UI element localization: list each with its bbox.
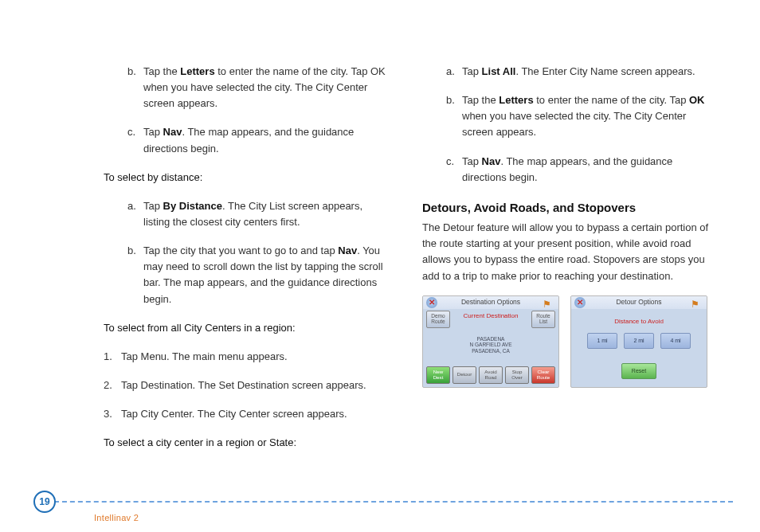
list-item: 2. Tap Destination. The Set Destination … — [104, 377, 390, 393]
screenshot-header: ✕ Detour Options ⚑ — [571, 296, 707, 309]
screenshot-subtitle: Distance to Avoid — [571, 309, 707, 331]
list-marker: b. — [127, 243, 136, 259]
demo-route-button[interactable]: Demo Route — [426, 311, 450, 328]
list-marker: c. — [127, 124, 135, 140]
new-dest-button[interactable]: New Dest — [426, 366, 450, 384]
clear-route-button[interactable]: Clear Route — [531, 366, 555, 384]
screenshot-body: Distance to Avoid 1 mi 2 mi 4 mi Reset — [571, 309, 707, 379]
text: Tap — [462, 65, 482, 77]
list-item: c. Tap Nav. The map appears, and the gui… — [422, 154, 712, 186]
reset-row: Reset — [571, 363, 707, 379]
list-marker: c. — [446, 154, 454, 170]
addr-line: PASADENA, CA — [455, 348, 527, 354]
text-bold: Nav — [482, 155, 501, 167]
sub-heading-region: To select from all City Centers in a reg… — [104, 320, 390, 336]
list-item: c. Tap Nav. The map appears, and the gui… — [104, 124, 390, 156]
list-marker: 3. — [104, 406, 112, 422]
screenshot-detour-options: ✕ Detour Options ⚑ Distance to Avoid 1 m… — [570, 295, 707, 388]
list-item: b. Tap the Letters to enter the name of … — [104, 64, 390, 111]
text: Tap Menu. The main menu appears. — [121, 350, 288, 362]
bottom-button-row: New Dest Detour Avoid Road Stop Over Cle… — [426, 366, 555, 384]
addr-line: PASADENA — [455, 336, 527, 342]
stop-over-button[interactable]: Stop Over — [505, 366, 529, 384]
list-marker: 2. — [104, 377, 112, 393]
list-item: a. Tap List All. The Enter City Name scr… — [422, 64, 712, 80]
screenshot-header: ✕ Destination Options ⚑ — [423, 296, 558, 309]
column-right: a. Tap List All. The Enter City Name scr… — [422, 64, 712, 464]
close-icon[interactable]: ✕ — [574, 297, 586, 308]
text-bold: Nav — [338, 244, 357, 256]
reset-button[interactable]: Reset — [621, 363, 656, 379]
text: Tap the city that you want to go to and … — [143, 244, 338, 256]
screenshot-destination-options: ✕ Destination Options ⚑ Current Destinat… — [422, 295, 559, 388]
route-list-button[interactable]: Route List — [531, 311, 555, 328]
list-marker: a. — [127, 198, 136, 214]
list-item: b. Tap the city that you want to go to a… — [104, 243, 390, 307]
distance-4mi-button[interactable]: 4 mi — [660, 333, 691, 349]
detour-button[interactable]: Detour — [452, 366, 476, 384]
sub-heading-distance: To select by distance: — [104, 170, 390, 186]
text-bold: Nav — [163, 126, 182, 138]
address-display: PASADENA N GARFIELD AVE PASADENA, CA — [455, 336, 527, 354]
column-left: b. Tap the Letters to enter the name of … — [104, 64, 390, 464]
text-bold: Letters — [499, 94, 533, 106]
close-icon[interactable]: ✕ — [426, 297, 437, 308]
list-marker: b. — [127, 64, 136, 80]
text: Tap the — [143, 65, 180, 77]
screenshot-title: Destination Options — [461, 297, 520, 307]
list-marker: a. — [446, 64, 455, 80]
list-item: b. Tap the Letters to enter the name of … — [422, 92, 712, 140]
footer-label: Intellinav 2 — [94, 513, 139, 522]
text-bold: List All — [482, 65, 516, 77]
text: Tap the — [462, 94, 499, 106]
list-item: 1. Tap Menu. The main menu appears. — [104, 349, 390, 365]
flag-icon[interactable]: ⚑ — [543, 297, 555, 308]
text-bold: Letters — [180, 65, 214, 77]
text: . The Enter City Name screen appears. — [515, 65, 695, 77]
page-content: b. Tap the Letters to enter the name of … — [0, 0, 760, 464]
distance-row: 1 mi 2 mi 4 mi — [571, 331, 707, 349]
list-item: a. Tap By Distance. The City List screen… — [104, 198, 390, 230]
footer-divider — [54, 501, 733, 503]
text: Tap — [143, 200, 163, 212]
section-body: The Detour feature will allow you to byp… — [422, 220, 712, 284]
distance-1mi-button[interactable]: 1 mi — [587, 333, 617, 349]
distance-2mi-button[interactable]: 2 mi — [624, 333, 654, 349]
text-bold: By Distance — [163, 200, 222, 212]
page-footer: 19 Intellinav 2 — [0, 491, 760, 514]
list-item: 3. Tap City Center. The City Center scre… — [104, 406, 390, 422]
screenshot-body: Current Destination Demo Route Route Lis… — [423, 309, 558, 387]
list-marker: b. — [446, 92, 455, 108]
text: Tap City Center. The City Center screen … — [121, 408, 347, 420]
text: Tap — [143, 126, 163, 138]
text-bold: OK — [689, 94, 705, 106]
text: Tap — [462, 155, 482, 167]
text: to enter the name of the city. Tap — [534, 94, 689, 106]
flag-icon[interactable]: ⚑ — [691, 297, 703, 308]
screenshots-row: ✕ Destination Options ⚑ Current Destinat… — [422, 295, 712, 388]
sub-heading-state: To select a city center in a region or S… — [104, 435, 390, 451]
list-marker: 1. — [104, 349, 112, 365]
avoid-road-button[interactable]: Avoid Road — [479, 366, 503, 384]
text: when you have selected the city. The Cit… — [462, 110, 686, 138]
screenshot-title: Detour Options — [616, 297, 661, 307]
text: Tap Destination. The Set Destination scr… — [121, 379, 366, 391]
page-number-badge: 19 — [33, 491, 56, 513]
section-title: Detours, Avoid Roads, and Stopovers — [422, 198, 712, 217]
addr-line: N GARFIELD AVE — [455, 342, 527, 347]
